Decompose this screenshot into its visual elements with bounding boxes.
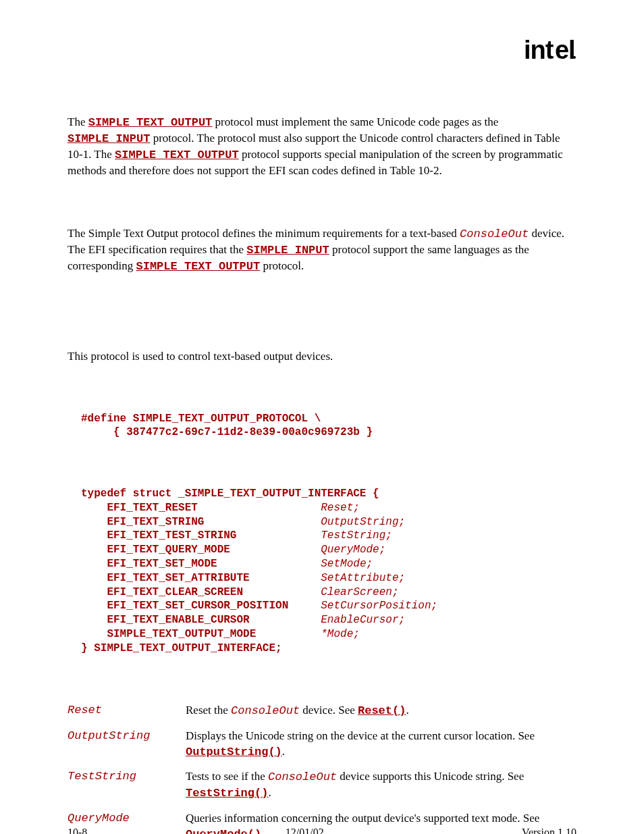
svg-text:int: int — [524, 37, 554, 64]
page-content: The SIMPLE_TEXT_OUTPUT protocol must imp… — [68, 115, 576, 834]
paragraph-2: The Simple Text Output protocol defines … — [68, 226, 576, 275]
param-name: OutputString — [68, 729, 186, 760]
svg-point-3 — [573, 56, 576, 59]
struct-definition: typedef struct _SIMPLE_TEXT_OUTPUT_INTER… — [81, 487, 576, 656]
param-row: OutputStringDisplays the Unicode string … — [68, 729, 576, 760]
paragraph-3: This protocol is used to control text-ba… — [68, 349, 576, 365]
param-name: TestString — [68, 769, 186, 802]
param-row: ResetReset the ConsoleOut device. See Re… — [68, 703, 576, 719]
param-description: Displays the Unicode string on the devic… — [186, 729, 576, 760]
footer-date: 12/01/02 — [286, 827, 324, 834]
document-page: int e l The SIMPLE_TEXT_OUTPUT protocol … — [0, 0, 644, 834]
svg-text:l: l — [568, 37, 575, 64]
intel-logo: int e l — [524, 37, 576, 70]
param-description: Tests to see if the ConsoleOut device su… — [186, 769, 576, 802]
svg-text:e: e — [555, 37, 568, 64]
param-row: TestStringTests to see if the ConsoleOut… — [68, 769, 576, 802]
footer-version: Version 1.10 — [522, 827, 576, 834]
footer-page-number: 10-8 — [68, 827, 87, 834]
param-name: Reset — [68, 703, 186, 719]
guid-definition: #define SIMPLE_TEXT_OUTPUT_PROTOCOL \ { … — [81, 412, 576, 440]
parameters-table: ResetReset the ConsoleOut device. See Re… — [68, 703, 576, 834]
paragraph-1: The SIMPLE_TEXT_OUTPUT protocol must imp… — [68, 115, 576, 179]
page-footer: 10-8 12/01/02 Version 1.10 — [68, 827, 576, 834]
param-description: Reset the ConsoleOut device. See Reset()… — [186, 703, 576, 719]
